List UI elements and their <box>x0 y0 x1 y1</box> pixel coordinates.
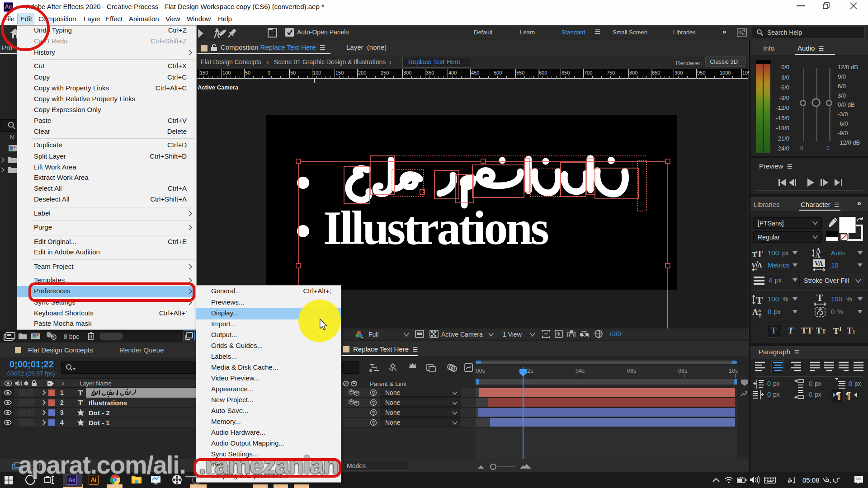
svg-text:A: A <box>757 262 762 269</box>
svg-text:T: T <box>756 248 763 258</box>
svg-text:T: T <box>756 295 763 305</box>
svg-text:Layer Name: Layer Name <box>80 380 112 387</box>
svg-text:VA: VA <box>815 260 823 267</box>
svg-text:¶: ¶ <box>836 390 841 400</box>
svg-text:T: T <box>816 293 823 303</box>
svg-text:V: V <box>751 262 756 269</box>
svg-text:a: a <box>758 307 761 314</box>
svg-text:+0/0: +0/0 <box>609 330 621 338</box>
svg-text:A: A <box>752 308 758 317</box>
svg-text:#: # <box>61 381 65 386</box>
svg-text:¶: ¶ <box>846 390 851 400</box>
